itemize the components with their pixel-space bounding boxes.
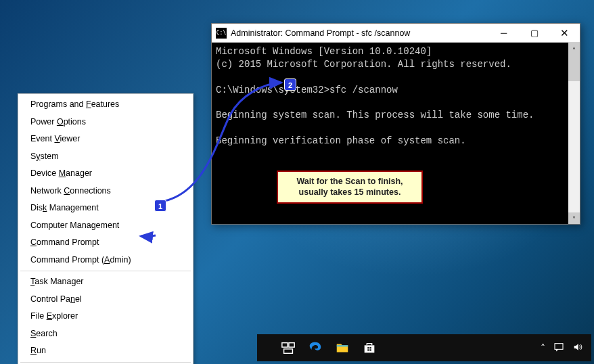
terminal-line: [216, 71, 576, 84]
svg-rect-0: [282, 343, 288, 347]
winx-context-menu: Programs and FeaturesPower OptionsEvent …: [18, 93, 193, 364]
menu-item[interactable]: Device Manager: [20, 165, 191, 183]
tray-chevron-icon[interactable]: ˄: [541, 342, 545, 353]
window-title: Administrator: Command Prompt - sfc /sca…: [231, 28, 488, 38]
terminal-line: [216, 122, 576, 135]
scroll-thumb[interactable]: [568, 54, 580, 81]
terminal-line: Microsoft Windows [Version 10.0.10240]: [216, 45, 576, 58]
scroll-up-button[interactable]: ▴: [568, 43, 580, 54]
terminal-line: Beginning verification phase of system s…: [216, 135, 576, 147]
svg-rect-6: [369, 349, 371, 350]
scrollbar[interactable]: ▴ ▾: [568, 43, 580, 224]
svg-rect-2: [284, 349, 293, 353]
menu-item[interactable]: Run: [20, 342, 191, 360]
menu-separator: [20, 271, 191, 271]
terminal-line: (c) 2015 Microsoft Corporation. All righ…: [216, 58, 576, 71]
terminal-line: C:\Windows\system32>sfc /scannow: [216, 84, 576, 97]
store-icon[interactable]: [357, 336, 382, 360]
menu-item[interactable]: Power Options: [20, 114, 191, 131]
svg-rect-4: [369, 347, 371, 348]
step-badge-2: 2: [284, 78, 296, 91]
svg-rect-7: [555, 343, 563, 349]
edge-icon[interactable]: [303, 336, 327, 360]
close-button[interactable]: ✕: [549, 24, 580, 42]
step-badge-1: 1: [154, 200, 166, 212]
scroll-down-button[interactable]: ▾: [568, 212, 580, 224]
instruction-callout: Wait for the Scan to finish, usually tak…: [277, 170, 423, 204]
menu-item[interactable]: Command Prompt (Admin): [20, 252, 191, 269]
menu-item[interactable]: Network Connections: [20, 183, 191, 200]
terminal-line: [216, 97, 576, 110]
minimize-button[interactable]: ─: [488, 24, 519, 42]
volume-icon[interactable]: [572, 342, 583, 355]
file-explorer-icon[interactable]: [330, 336, 355, 360]
menu-item[interactable]: Computer Management: [20, 217, 191, 235]
terminal-line: Beginning system scan. This process will…: [216, 109, 576, 122]
window-titlebar[interactable]: C:\ Administrator: Command Prompt - sfc …: [212, 24, 580, 43]
svg-rect-1: [289, 343, 294, 347]
callout-line2: usually takes 15 minutes.: [283, 187, 416, 198]
callout-line1: Wait for the Scan to finish,: [283, 176, 416, 187]
menu-item[interactable]: File Explorer: [20, 308, 191, 325]
action-center-icon[interactable]: [553, 342, 564, 355]
menu-item[interactable]: Programs and Features: [20, 96, 191, 114]
task-view-icon[interactable]: [276, 336, 300, 360]
menu-item[interactable]: Control Panel: [20, 291, 191, 309]
svg-rect-3: [367, 347, 369, 348]
menu-separator: [20, 362, 191, 363]
menu-item[interactable]: Event Viewer: [20, 131, 191, 148]
menu-item[interactable]: Search: [20, 325, 191, 343]
cmd-app-icon: C:\: [216, 28, 227, 39]
menu-item[interactable]: Task Manager: [20, 273, 191, 291]
menu-item[interactable]: System: [20, 148, 191, 166]
maximize-button[interactable]: ▢: [519, 24, 549, 42]
svg-rect-5: [367, 349, 369, 350]
taskbar: ˄: [257, 334, 591, 361]
menu-item[interactable]: Command Prompt: [20, 234, 191, 252]
